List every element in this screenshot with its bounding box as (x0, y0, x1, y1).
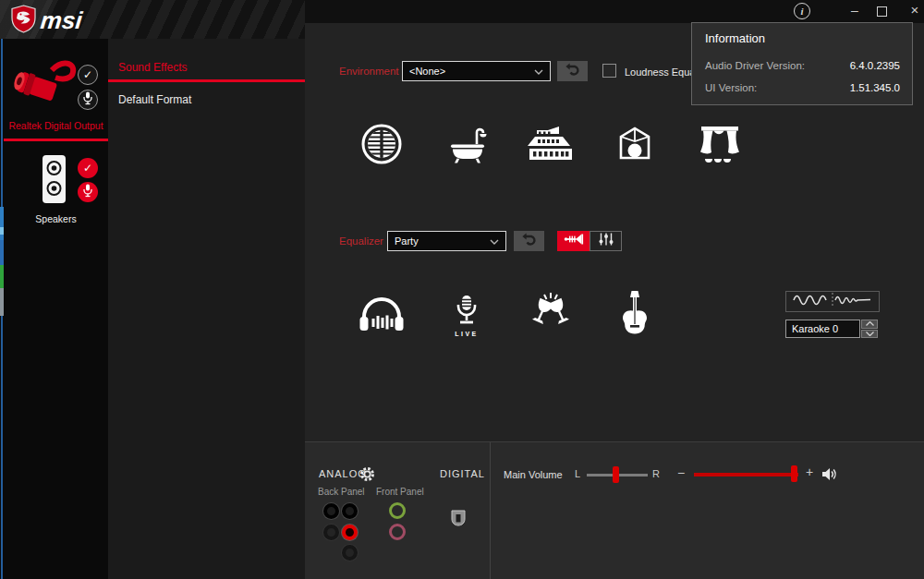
volume-minus-button[interactable]: − (677, 465, 685, 480)
back-panel-jack-2[interactable] (342, 503, 358, 519)
volume-slider-handle[interactable] (791, 465, 797, 482)
balance-slider-handle[interactable] (613, 466, 619, 483)
edge-seg (0, 265, 4, 288)
back-panel-jack-1[interactable] (323, 503, 339, 519)
environment-select[interactable]: <None> (402, 61, 551, 81)
environment-preset-bathroom-button[interactable] (444, 123, 490, 169)
live-label: LIVE (455, 331, 479, 337)
environment-label: Environment (339, 66, 399, 77)
main-volume-label: Main Volume (504, 469, 563, 480)
msi-logo: msi (11, 5, 82, 37)
headphones-icon (358, 295, 406, 337)
edge-seg (0, 240, 4, 265)
environment-reset-button[interactable] (557, 61, 588, 81)
padded-cell-icon (360, 123, 403, 169)
spdif-port-icon[interactable] (447, 507, 469, 529)
equalizer-preset-headphones-button[interactable] (356, 288, 407, 344)
maximize-button[interactable] (877, 6, 887, 17)
information-popup: Information Audio Driver Version: 6.4.0.… (691, 22, 913, 105)
chevron-down-icon (490, 235, 499, 247)
waveform-decay-icon (790, 292, 875, 312)
speakers-enabled-badge[interactable]: ✓ (78, 158, 98, 178)
edge-seg (0, 288, 4, 316)
karaoke-spinner: Karaoke 0 (785, 320, 878, 338)
edge-seg (0, 227, 4, 235)
realtek-audio-console-window: i – × msi ✓ (0, 0, 924, 579)
msi-wordmark: msi (39, 6, 83, 35)
ui-version-label: UI Version: (705, 82, 757, 93)
equalizer-preset-live-button[interactable]: LIVE (441, 288, 492, 344)
equalizer-label: Equalizer (339, 235, 383, 247)
msi-dragon-shield-icon (11, 5, 36, 37)
volume-slider-track[interactable] (694, 473, 798, 476)
front-panel-label: Front Panel (376, 487, 424, 497)
front-panel-jack-lineout[interactable] (389, 502, 406, 519)
undo-arrow-icon (565, 63, 580, 79)
auditorium-icon (698, 123, 742, 169)
info-icon[interactable]: i (794, 3, 810, 19)
ui-version-value: 1.51.345.0 (850, 82, 900, 93)
titlebar (305, 0, 924, 23)
back-panel-jack-active[interactable] (342, 525, 358, 540)
check-icon: ✓ (83, 163, 92, 174)
balance-left-label: L (575, 468, 580, 479)
environment-preset-arena-button[interactable] (528, 123, 574, 169)
equalizer-preset-mode-button[interactable] (557, 231, 590, 251)
speakers-mic-badge[interactable] (78, 182, 98, 202)
balance-right-label: R (652, 468, 660, 479)
environment-preset-stone-room-button[interactable] (612, 123, 658, 169)
party-glasses-icon (527, 291, 575, 341)
karaoke-down-button[interactable] (861, 330, 878, 339)
mic-icon (83, 91, 92, 109)
sliders-icon (598, 233, 614, 249)
information-popup-title: Information (705, 31, 765, 45)
arena-icon (528, 124, 574, 168)
close-button[interactable]: × (905, 2, 924, 20)
spdif-connector-icon[interactable] (9, 52, 78, 115)
output-enabled-badge[interactable]: ✓ (78, 65, 98, 85)
tab-sound-effects[interactable]: Sound Effects (118, 61, 188, 74)
equalizer-manual-mode-button[interactable] (590, 231, 622, 251)
minimize-button[interactable]: – (845, 2, 865, 20)
karaoke-spinner-buttons (861, 320, 878, 338)
equalizer-selected-value: Party (395, 235, 419, 247)
tab-active-underline (108, 79, 305, 82)
speaker-volume-icon[interactable] (821, 467, 837, 485)
speaker-cabinet-icon[interactable] (42, 154, 67, 208)
trumpet-icon (564, 233, 584, 249)
tab-panel (108, 0, 305, 579)
equalizer-preset-party-button[interactable] (525, 288, 577, 344)
device-selected-underline (4, 139, 108, 141)
voice-cancellation-button[interactable] (785, 291, 880, 312)
environment-preset-auditorium-button[interactable] (697, 123, 743, 169)
device-label-realtek-digital-output[interactable]: Realtek Digital Output (4, 120, 108, 131)
mic-icon (83, 184, 92, 201)
device-label-speakers[interactable]: Speakers (4, 213, 108, 224)
panel-divider (490, 442, 491, 579)
gear-icon[interactable] (359, 466, 375, 486)
equalizer-reset-button[interactable] (514, 231, 544, 251)
audio-driver-version-label: Audio Driver Version: (705, 60, 805, 71)
chevron-down-icon (534, 66, 543, 77)
equalizer-preset-guitar-button[interactable] (609, 288, 661, 344)
bathroom-icon (445, 123, 488, 169)
mic-badge[interactable] (78, 90, 98, 110)
guitar-icon (619, 290, 650, 342)
back-panel-jack-3[interactable] (323, 525, 339, 540)
karaoke-value[interactable]: Karaoke 0 (785, 320, 860, 338)
volume-plus-button[interactable]: + (806, 464, 813, 479)
check-icon: ✓ (83, 69, 92, 80)
audio-driver-version-value: 6.4.0.2395 (850, 60, 900, 71)
back-panel-jack-5[interactable] (342, 545, 358, 561)
live-mic-icon (450, 295, 483, 330)
environment-preset-padded-cell-button[interactable] (359, 123, 405, 169)
stone-room-icon (614, 123, 656, 169)
back-panel-label: Back Panel (318, 487, 365, 497)
loudness-equalization-checkbox[interactable] (602, 64, 616, 78)
tab-default-format[interactable]: Default Format (118, 93, 191, 106)
undo-arrow-icon (522, 233, 537, 249)
equalizer-select[interactable]: Party (387, 231, 506, 251)
karaoke-up-button[interactable] (861, 320, 878, 329)
front-panel-jack-mic[interactable] (389, 524, 406, 540)
digital-section-label: DIGITAL (440, 468, 485, 479)
